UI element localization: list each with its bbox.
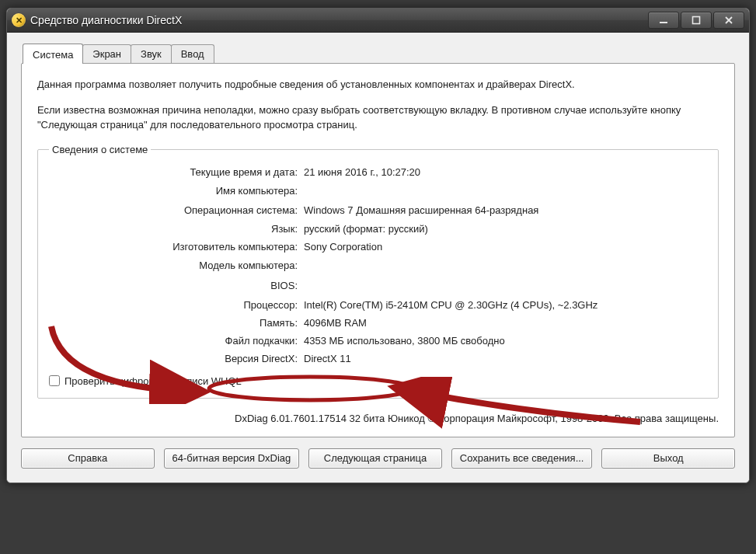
whql-checkbox[interactable] bbox=[49, 375, 60, 386]
tabstrip: Система Экран Звук Ввод bbox=[23, 44, 735, 63]
label-model: Модель компьютера: bbox=[49, 260, 298, 271]
intro-text: Данная программа позволяет получить подр… bbox=[37, 78, 719, 133]
whql-label: Проверить цифровые подписи WHQL bbox=[64, 375, 242, 387]
tab-label: Ввод bbox=[181, 48, 204, 60]
label-pagefile: Файл подкачки: bbox=[49, 335, 298, 347]
label-datetime: Текущие время и дата: bbox=[49, 166, 298, 178]
intro-paragraph-2: Если известна возможная причина неполадк… bbox=[37, 103, 719, 133]
value-pagefile: 4353 МБ использовано, 3800 МБ свободно bbox=[304, 335, 707, 347]
redacted-blank bbox=[304, 184, 397, 196]
value-os: Windows 7 Домашняя расширенная 64-разряд… bbox=[304, 204, 707, 217]
next-page-button[interactable]: Следующая страница bbox=[308, 448, 442, 469]
value-manufacturer: Sony Corporation bbox=[304, 241, 707, 253]
help-button[interactable]: Справка bbox=[21, 448, 155, 469]
titlebar[interactable]: ✕ Средство диагностики DirectX bbox=[7, 9, 749, 33]
tab-label: Система bbox=[33, 49, 73, 61]
redacted-blank bbox=[304, 259, 444, 270]
exit-button[interactable]: Выход bbox=[601, 448, 735, 469]
value-model bbox=[304, 259, 707, 273]
value-memory: 4096MB RAM bbox=[304, 317, 707, 329]
tab-display[interactable]: Экран bbox=[82, 44, 131, 63]
value-bios bbox=[304, 279, 707, 293]
minimize-button[interactable] bbox=[648, 12, 679, 29]
footer-text: DxDiag 6.01.7601.17514 32 бита Юникод © … bbox=[37, 413, 719, 424]
tab-label: Звук bbox=[141, 48, 162, 60]
tab-sound[interactable]: Звук bbox=[131, 44, 172, 63]
dxdiag64-button[interactable]: 64-битная версия DxDiag bbox=[164, 448, 300, 469]
value-directx-version: DirectX 11 bbox=[304, 353, 707, 364]
label-memory: Память: bbox=[49, 317, 298, 329]
value-computer-name bbox=[304, 184, 707, 198]
maximize-button[interactable] bbox=[681, 12, 712, 29]
intro-paragraph-1: Данная программа позволяет получить подр… bbox=[37, 78, 719, 92]
client-area: Система Экран Звук Ввод Данная программа… bbox=[7, 33, 749, 483]
label-bios: BIOS: bbox=[49, 280, 298, 291]
tab-label: Экран bbox=[92, 48, 121, 60]
label-manufacturer: Изготовитель компьютера: bbox=[49, 241, 298, 253]
label-computer-name: Имя компьютера: bbox=[49, 185, 298, 197]
tabpage-system: Данная программа позволяет получить подр… bbox=[21, 63, 735, 437]
label-directx-version: Версия DirectX: bbox=[49, 353, 298, 364]
svg-rect-1 bbox=[693, 17, 700, 24]
system-info-grid: Текущие время и дата: 21 июня 2016 г., 1… bbox=[49, 166, 707, 364]
dxdiag-window: ✕ Средство диагностики DirectX Система Э… bbox=[6, 8, 750, 483]
app-icon: ✕ bbox=[12, 13, 26, 27]
value-language: русский (формат: русский) bbox=[304, 223, 707, 235]
whql-row: Проверить цифровые подписи WHQL bbox=[49, 375, 707, 387]
value-datetime: 21 июня 2016 г., 10:27:20 bbox=[304, 166, 707, 178]
save-all-button[interactable]: Сохранить все сведения... bbox=[451, 448, 593, 469]
label-cpu: Процессор: bbox=[49, 299, 298, 311]
close-button[interactable] bbox=[713, 12, 744, 29]
tab-input[interactable]: Ввод bbox=[171, 44, 214, 63]
label-os: Операционная система: bbox=[49, 204, 298, 216]
tab-system[interactable]: Система bbox=[23, 44, 83, 64]
label-language: Язык: bbox=[49, 223, 298, 235]
button-row: Справка 64-битная версия DxDiag Следующа… bbox=[21, 448, 735, 469]
redacted-blank bbox=[542, 205, 674, 217]
redacted-blank bbox=[304, 279, 490, 291]
group-legend: Сведения о системе bbox=[49, 144, 151, 155]
svg-rect-0 bbox=[660, 22, 667, 23]
system-info-group: Сведения о системе Текущие время и дата:… bbox=[37, 144, 719, 399]
value-cpu: Intel(R) Core(TM) i5-2410M CPU @ 2.30GHz… bbox=[304, 299, 707, 311]
window-title: Средство диагностики DirectX bbox=[30, 14, 646, 26]
